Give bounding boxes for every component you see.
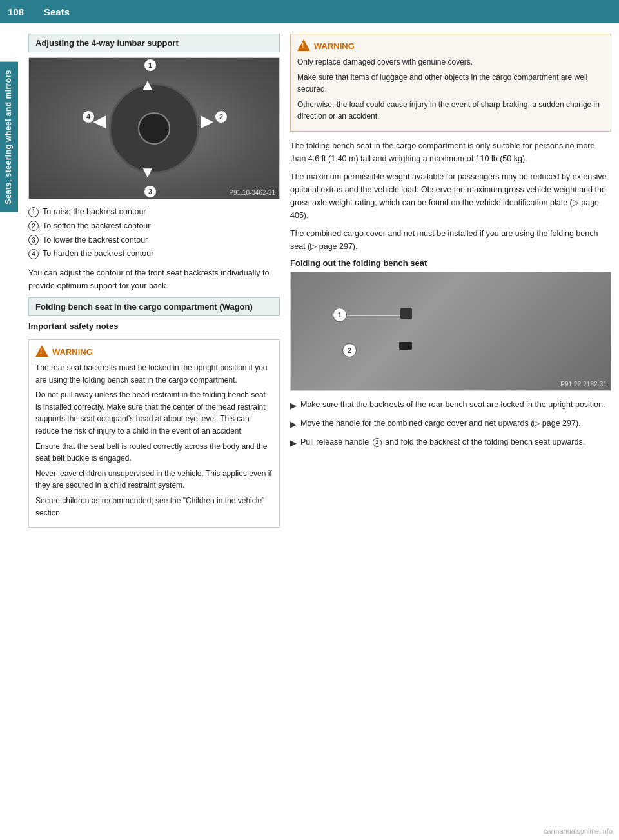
list-text-4: To harden the backrest contour <box>43 248 153 260</box>
sidebar: Seats, steering wheel and mirrors <box>0 23 23 840</box>
warning-label-right: WARNING <box>314 41 355 51</box>
list-num-4: 4 <box>28 249 39 259</box>
bullet-text-1: Make sure that the backrests of the rear… <box>300 399 605 411</box>
fold-handle-1 <box>400 308 412 319</box>
warning-text-left-3: Ensure that the seat belt is routed corr… <box>35 441 273 465</box>
fold-diagram-inner: 1 2 <box>291 272 611 390</box>
warning-text-left-2: Do not pull away unless the head restrai… <box>35 389 273 437</box>
right-column: ! WARNING Only replace damaged covers wi… <box>290 34 611 830</box>
fold-num-1: 1 <box>333 308 347 322</box>
arrow-down-icon: ▼ <box>140 163 155 181</box>
warning-box-left: ! WARNING The rear seat backrests must b… <box>28 339 280 528</box>
watermark: carmanualsonline.info <box>544 827 613 835</box>
exclamation-mark: ! <box>40 348 42 355</box>
bullet-arrow-icon-1: ▶ <box>290 399 297 412</box>
bullet-item-3: ▶ Pull release handle 1 and fold the bac… <box>290 436 611 450</box>
list-item: 2 To soften the backrest contour <box>28 220 280 232</box>
list-item: 4 To harden the backrest contour <box>28 248 280 260</box>
list-num-1: 1 <box>28 207 39 217</box>
bullet-text-3: Pull release handle 1 and fold the backr… <box>300 436 585 448</box>
exclamation-mark-right: ! <box>302 42 304 49</box>
warning-header-right: ! WARNING <box>297 39 604 52</box>
right-body-text-3: The combined cargo cover and net must be… <box>290 227 611 253</box>
warning-triangle-icon-right: ! <box>297 39 310 52</box>
warning-text-right-2: Make sure that items of luggage and othe… <box>297 72 604 95</box>
lumbar-diagram-container: ▲ ▶ ▼ ◀ 1 2 3 4 P91.10-3462-31 <box>28 57 280 199</box>
fold-num-2: 2 <box>342 343 357 357</box>
warning-label-left: WARNING <box>52 347 93 357</box>
main-content: Adjusting the 4-way lumbar support ▲ ▶ ▼… <box>23 23 619 840</box>
warning-text-left-5: Secure children as recommended; see the … <box>35 495 273 519</box>
lumbar-num-4: 4 <box>82 110 95 123</box>
left-column: Adjusting the 4-way lumbar support ▲ ▶ ▼… <box>28 34 280 830</box>
page-layout: Seats, steering wheel and mirrors Adjust… <box>0 23 619 840</box>
list-item: 1 To raise the backrest contour <box>28 206 280 218</box>
lumbar-body-text: You can adjust the contour of the front … <box>28 266 280 292</box>
fold-handle-2 <box>399 342 412 350</box>
fold-line-1 <box>347 315 405 316</box>
list-text-3: To lower the backrest contour <box>43 234 148 246</box>
right-body-text-2: The maximum permissible weight available… <box>290 170 611 222</box>
header-bar: 108 Seats <box>0 0 619 23</box>
sidebar-label: Seats, steering wheel and mirrors <box>0 62 18 212</box>
warning-text-left-4: Never leave children unsupervised in the… <box>35 468 273 492</box>
bullet-arrow-icon-3: ▶ <box>290 437 297 450</box>
section-box-folding: Folding bench seat in the cargo compartm… <box>28 297 280 316</box>
warning-text-right-1: Only replace damaged covers with genuine… <box>297 56 604 68</box>
lumbar-diagram-inner: ▲ ▶ ▼ ◀ 1 2 3 4 <box>29 58 279 199</box>
fold-diagram-code: P91.22-2182-31 <box>560 381 607 388</box>
header-title: Seats <box>44 6 70 17</box>
list-item: 3 To lower the backrest contour <box>28 234 280 246</box>
lumbar-diagram-code: P91.10-3462-31 <box>229 189 275 196</box>
arrow-right-icon: ▶ <box>201 112 212 130</box>
list-text-1: To raise the backrest contour <box>43 206 146 218</box>
list-text-2: To soften the backrest contour <box>43 220 150 232</box>
bullet-text-2: Move the handle for the combined cargo c… <box>300 417 581 430</box>
lumbar-diagram: ▲ ▶ ▼ ◀ 1 2 3 4 <box>103 77 206 180</box>
folding-out-subheading: Folding out the folding bench seat <box>290 258 611 268</box>
right-body-text-1: The folding bench seat in the cargo comp… <box>290 139 611 165</box>
list-num-3: 3 <box>28 235 39 245</box>
lumbar-num-1: 1 <box>144 59 157 72</box>
warning-text-right-3: Otherwise, the load could cause injury i… <box>297 99 604 123</box>
important-safety-subheading: Important safety notes <box>28 321 280 331</box>
page-number: 108 <box>8 6 34 17</box>
bullet-arrow-icon-2: ▶ <box>290 418 297 431</box>
warning-triangle-icon: ! <box>35 345 48 358</box>
lumbar-num-list: 1 To raise the backrest contour 2 To sof… <box>28 206 280 260</box>
arrow-left-icon: ◀ <box>93 112 105 130</box>
lumbar-circle-inner <box>138 112 170 145</box>
bullet-item-2: ▶ Move the handle for the combined cargo… <box>290 417 611 431</box>
section-box-lumbar: Adjusting the 4-way lumbar support <box>28 34 280 52</box>
section-divider <box>28 335 280 335</box>
bullet-item-1: ▶ Make sure that the backrests of the re… <box>290 399 611 412</box>
lumbar-circle-outer <box>109 83 199 174</box>
arrow-up-icon: ▲ <box>140 75 155 94</box>
lumbar-num-2: 2 <box>215 110 228 123</box>
folding-diagram-container: 1 2 P91.22-2182-31 <box>290 272 611 391</box>
lumbar-num-3: 3 <box>144 185 157 198</box>
warning-header-left: ! WARNING <box>35 345 273 358</box>
inline-circle-1: 1 <box>373 438 382 447</box>
list-num-2: 2 <box>28 221 39 231</box>
warning-text-left-1: The rear seat backrests must be locked i… <box>35 362 273 386</box>
warning-box-right: ! WARNING Only replace damaged covers wi… <box>290 34 611 132</box>
